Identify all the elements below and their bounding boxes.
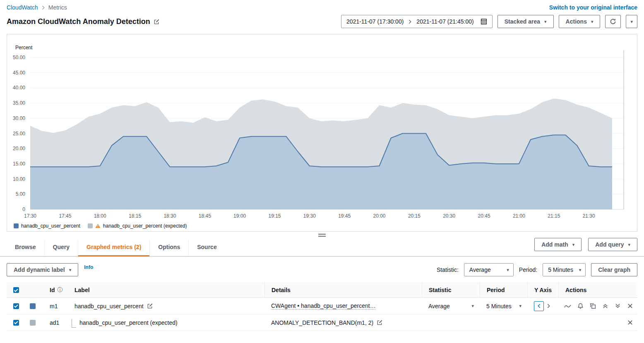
toolbar-right-controls: Statistic: Average ▾ Period: 5 Minutes ▾… bbox=[437, 263, 637, 276]
metrics-tabs-row: Browse Query Graphed metrics (2) Options… bbox=[0, 238, 644, 257]
svg-text:40.00: 40.00 bbox=[13, 85, 25, 91]
period-value: 5 Minutes bbox=[548, 266, 573, 273]
metric-label-cell: hanadb_cpu_user_percent (expected) bbox=[68, 319, 264, 326]
svg-text:20.00: 20.00 bbox=[13, 146, 25, 151]
legend-color-swatch bbox=[14, 223, 19, 228]
statistic-column-header: Statistic bbox=[422, 282, 480, 298]
legend-item-actual[interactable]: hanadb_cpu_user_percent bbox=[14, 223, 80, 229]
row-checkbox[interactable] bbox=[13, 320, 19, 326]
row-actions bbox=[558, 319, 637, 326]
id-info-icon[interactable]: ⓘ bbox=[57, 286, 62, 294]
svg-text:20:15: 20:15 bbox=[408, 213, 421, 219]
tab-browse[interactable]: Browse bbox=[7, 240, 44, 257]
legend-color-swatch bbox=[88, 223, 93, 228]
metric-color-swatch[interactable] bbox=[30, 303, 36, 309]
svg-text:0: 0 bbox=[22, 206, 25, 212]
clear-graph-button[interactable]: Clear graph bbox=[591, 263, 637, 276]
period-select[interactable]: 5 Minutes ▾ bbox=[543, 263, 586, 276]
switch-interface-link[interactable]: Switch to your original interface bbox=[549, 4, 637, 11]
edit-label-icon[interactable] bbox=[147, 303, 153, 309]
label-column-header: Label bbox=[68, 287, 264, 293]
actions-column-header: Actions bbox=[558, 282, 637, 298]
y-axis-toggle bbox=[527, 301, 558, 311]
date-to[interactable]: 2021-11-07 (21:45:00) bbox=[416, 18, 473, 25]
metric-details[interactable]: CWAgent • hanadb_cpu_user_percent… bbox=[271, 302, 376, 309]
tab-options[interactable]: Options bbox=[149, 240, 188, 257]
svg-text:18:30: 18:30 bbox=[163, 213, 176, 219]
metric-color-swatch[interactable] bbox=[30, 320, 36, 326]
add-math-dropdown[interactable]: Add math ▾ bbox=[534, 238, 582, 251]
metric-label: hanadb_cpu_user_percent (expected) bbox=[79, 319, 178, 326]
remove-icon[interactable] bbox=[627, 319, 633, 326]
tab-actions: Add math ▾ Add query ▾ bbox=[534, 238, 637, 256]
refresh-icon bbox=[610, 18, 616, 25]
svg-text:35.00: 35.00 bbox=[13, 100, 25, 106]
svg-text:25.00: 25.00 bbox=[13, 131, 25, 137]
create-alarm-bell-icon[interactable] bbox=[577, 303, 584, 309]
edit-expression-icon[interactable] bbox=[377, 319, 383, 326]
row-statistic-value: Average bbox=[428, 303, 450, 309]
add-dynamic-label-dropdown[interactable]: Add dynamic label ▾ bbox=[7, 263, 78, 276]
svg-text:19:15: 19:15 bbox=[268, 213, 281, 219]
period-label: Period: bbox=[519, 266, 537, 273]
clear-graph-label: Clear graph bbox=[598, 266, 630, 273]
svg-text:18:45: 18:45 bbox=[199, 213, 211, 219]
graphed-metrics-table: Id ⓘ Label Details Statistic Period Y Ax… bbox=[7, 282, 637, 331]
calendar-icon[interactable] bbox=[481, 18, 487, 25]
warning-icon bbox=[95, 223, 101, 228]
sparkline-icon[interactable] bbox=[564, 304, 571, 309]
add-query-dropdown[interactable]: Add query ▾ bbox=[588, 238, 637, 251]
y-axis-right-button[interactable] bbox=[547, 304, 550, 308]
y-axis-left-button[interactable] bbox=[534, 301, 544, 311]
svg-text:19:00: 19:00 bbox=[233, 213, 246, 219]
svg-text:5.00: 5.00 bbox=[16, 191, 26, 197]
metric-id: m1 bbox=[43, 303, 68, 309]
statistic-select[interactable]: Average ▾ bbox=[464, 263, 514, 276]
chevron-down-icon: ▾ bbox=[630, 19, 633, 24]
row-period-select[interactable]: 5 Minutes ▾ bbox=[480, 303, 527, 309]
table-row: m1 hanadb_cpu_user_percent CWAgent • han… bbox=[7, 298, 637, 314]
remove-icon[interactable] bbox=[627, 303, 633, 309]
tab-query[interactable]: Query bbox=[44, 240, 78, 257]
edit-title-icon[interactable] bbox=[154, 19, 160, 25]
tab-source[interactable]: Source bbox=[188, 240, 225, 257]
move-up-icon[interactable] bbox=[602, 303, 608, 309]
legend-label: hanadb_cpu_user_percent (expected) bbox=[103, 223, 187, 229]
chevron-down-icon: ▾ bbox=[519, 304, 521, 308]
refresh-button[interactable] bbox=[605, 15, 621, 28]
view-mode-dropdown[interactable]: Stacked area ▾ bbox=[497, 15, 554, 28]
legend-label: hanadb_cpu_user_percent bbox=[21, 223, 80, 229]
move-down-icon[interactable] bbox=[615, 303, 621, 309]
date-from[interactable]: 2021-11-07 (17:30:00) bbox=[346, 18, 404, 25]
select-all-checkbox[interactable] bbox=[13, 287, 19, 293]
svg-text:20:00: 20:00 bbox=[373, 213, 385, 219]
view-mode-value: Stacked area bbox=[505, 18, 540, 25]
row-period-value: 5 Minutes bbox=[486, 303, 512, 309]
panel-resize-handle[interactable] bbox=[318, 234, 326, 237]
add-math-label: Add math bbox=[541, 241, 568, 248]
breadcrumb-metrics: Metrics bbox=[48, 4, 67, 11]
metric-label-cell: hanadb_cpu_user_percent bbox=[68, 303, 264, 309]
date-range-chevron-icon bbox=[409, 19, 411, 24]
tab-graphed-metrics[interactable]: Graphed metrics (2) bbox=[78, 240, 149, 257]
metric-label: hanadb_cpu_user_percent bbox=[74, 303, 144, 309]
svg-text:50.00: 50.00 bbox=[13, 55, 25, 60]
breadcrumb-cloudwatch-link[interactable]: CloudWatch bbox=[7, 4, 38, 11]
actions-dropdown[interactable]: Actions ▾ bbox=[559, 15, 601, 28]
svg-text:10.00: 10.00 bbox=[13, 176, 25, 182]
row-checkbox[interactable] bbox=[13, 303, 19, 309]
statistic-value: Average bbox=[469, 266, 491, 273]
svg-text:21:00: 21:00 bbox=[513, 213, 525, 219]
legend-item-expected[interactable]: hanadb_cpu_user_percent (expected) bbox=[88, 223, 187, 229]
page-title: Amazon CloudWatch Anomaly Detection bbox=[7, 17, 150, 26]
svg-text:19:30: 19:30 bbox=[303, 213, 316, 219]
info-link[interactable]: Info bbox=[84, 264, 93, 270]
graphed-metrics-toolbar: Add dynamic label ▾ Info Statistic: Aver… bbox=[0, 257, 644, 282]
svg-text:30.00: 30.00 bbox=[13, 115, 25, 121]
date-range-picker[interactable]: 2021-11-07 (17:30:00) 2021-11-07 (21:45:… bbox=[341, 15, 493, 28]
svg-text:18:15: 18:15 bbox=[129, 213, 141, 219]
refresh-interval-dropdown[interactable]: ▾ bbox=[626, 15, 637, 28]
duplicate-icon[interactable] bbox=[590, 303, 596, 309]
svg-text:15.00: 15.00 bbox=[13, 161, 25, 167]
row-statistic-select[interactable]: Average ▾ bbox=[422, 303, 480, 309]
